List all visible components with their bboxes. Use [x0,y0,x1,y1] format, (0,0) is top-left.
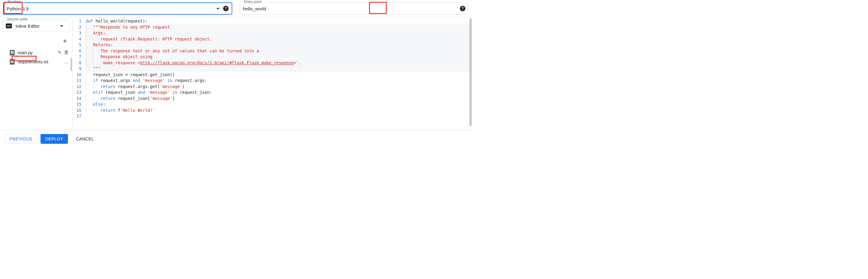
code-area[interactable]: def hello_world(request): """Responds to… [85,18,469,130]
code-line[interactable]: Args: [85,30,469,36]
code-line[interactable]: request_json = request.get_json() [85,72,469,78]
more-icon[interactable]: … [64,59,69,65]
code-line[interactable]: """Responds to any HTTP request. [85,24,469,31]
file-item-main[interactable]: main.py ✎ 🗑 [2,48,70,57]
code-line[interactable]: def hello_world(request): [85,18,469,24]
code-editor[interactable]: 1234567891011121314151617 def hello_worl… [73,18,469,130]
code-line[interactable]: return f'Hello World!' [85,107,469,114]
add-file-row: ＋ [2,35,70,48]
config-row: Runtime Python 3.9 ? Entry point hello_w… [0,0,472,18]
source-code-label: Source code [5,17,29,21]
previous-button[interactable]: PREVIOUS [4,134,37,144]
panel-scrollbar[interactable] [71,58,72,71]
edit-icon[interactable]: ✎ [58,50,62,56]
code-line[interactable]: elif request_json and 'message' in reque… [85,90,469,96]
code-line[interactable]: request (flask.Request): HTTP request ob… [85,36,469,42]
runtime-field: Runtime Python 3.9 ? [3,2,232,14]
code-line[interactable] [85,113,469,119]
file-list: main.py ✎ 🗑 requirements.txt … [2,48,70,66]
code-line[interactable]: """ [85,66,469,72]
line-gutter: 1234567891011121314151617 [73,18,85,130]
source-code-field: Source code <> Inline Editor [2,20,70,32]
code-line[interactable]: `make_response <http://flask.pocoo.org/d… [85,60,469,66]
code-line[interactable]: return request_json['message'] [85,96,469,102]
action-bar: PREVIOUS DEPLOY CANCEL [0,130,472,147]
cancel-button[interactable]: CANCEL [71,134,99,144]
chevron-down-icon [60,25,63,27]
delete-icon[interactable]: 🗑 [64,50,69,56]
entry-point-input[interactable]: hello_world ? [240,2,469,14]
source-code-value: Inline Editor [16,24,56,29]
help-icon[interactable]: ? [223,6,228,11]
runtime-label: Runtime [6,0,23,4]
entry-point-value: hello_world [243,6,460,11]
runtime-select[interactable]: Python 3.9 ? [3,2,232,14]
file-item-requirements[interactable]: requirements.txt … [2,57,70,66]
file-name: main.py [18,50,55,55]
add-file-button[interactable]: ＋ [62,36,68,45]
source-code-select[interactable]: <> Inline Editor [2,20,70,32]
content-area: Source code <> Inline Editor ＋ main.py ✎… [0,18,472,130]
entry-point-label: Entry point [243,0,263,4]
help-icon[interactable]: ? [460,6,465,11]
editor-scrollbar[interactable] [469,19,472,126]
source-panel: Source code <> Inline Editor ＋ main.py ✎… [0,18,71,130]
chevron-down-icon [216,8,219,9]
code-line[interactable]: Response object using [85,54,469,60]
code-line[interactable]: The response text or any set of values t… [85,48,469,54]
code-icon: <> [6,24,12,28]
code-line[interactable]: Returns: [85,42,469,48]
file-icon [10,59,14,65]
runtime-value: Python 3.9 [7,6,216,11]
code-line[interactable]: else: [85,101,469,107]
file-icon [10,50,14,56]
deploy-button[interactable]: DEPLOY [40,134,68,144]
code-line[interactable]: if request.args and 'message' in request… [85,78,469,84]
code-line[interactable]: return request.args.get('message') [85,84,469,90]
entry-point-field: Entry point hello_world ? [240,2,469,14]
file-name: requirements.txt [18,59,61,64]
